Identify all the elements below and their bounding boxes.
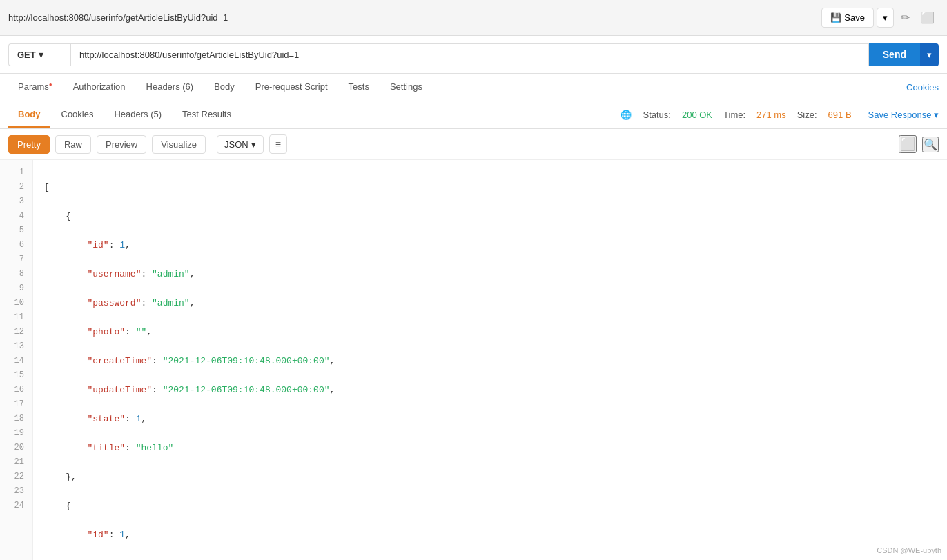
format-dropdown-icon: ▾ bbox=[251, 139, 256, 150]
edit-button[interactable]: ✏ bbox=[897, 7, 914, 28]
request-tabs: Params● Authorization Headers (6) Body P… bbox=[0, 74, 947, 101]
save-button[interactable]: 💾 Save bbox=[821, 8, 874, 28]
watermark: CSDN @WE-ubyth bbox=[877, 546, 941, 554]
search-button[interactable]: 🔍 bbox=[922, 137, 939, 152]
line-num-13: 13 bbox=[0, 339, 32, 354]
line-numbers: 1 2 3 4 5 6 7 8 9 10 11 12 13 14 15 16 1… bbox=[0, 160, 33, 560]
response-tabs: Body Cookies Headers (5) Test Results 🌐 … bbox=[0, 101, 947, 129]
line-num-21: 21 bbox=[0, 455, 32, 470]
line-num-9: 9 bbox=[0, 281, 32, 296]
params-dot: ● bbox=[49, 81, 52, 88]
format-select[interactable]: JSON ▾ bbox=[217, 135, 264, 154]
line-num-3: 3 bbox=[0, 194, 32, 209]
json-line-5: "password": "admin", bbox=[44, 296, 936, 310]
line-num-19: 19 bbox=[0, 426, 32, 441]
json-line-7: "createTime": "2021-12-06T09:10:48.000+0… bbox=[44, 354, 936, 368]
line-num-23: 23 bbox=[0, 484, 32, 499]
line-num-8: 8 bbox=[0, 267, 32, 281]
view-raw-button[interactable]: Raw bbox=[55, 135, 91, 154]
filter-button[interactable]: ≡ bbox=[269, 134, 287, 154]
time-label: Time: bbox=[723, 110, 745, 120]
url-display: http://localhost:8080/userinfo/getArticl… bbox=[8, 12, 228, 23]
size-value: 691 B bbox=[828, 110, 852, 120]
url-actions: 💾 Save ▾ ✏ ⬜ bbox=[821, 7, 939, 28]
copy-all-button[interactable]: ⬜ bbox=[899, 135, 917, 153]
status-label: Status: bbox=[643, 110, 670, 120]
json-line-8: "updateTime": "2021-12-06T09:10:48.000+0… bbox=[44, 383, 936, 397]
line-num-1: 1 bbox=[0, 166, 32, 180]
json-line-10: "title": "hello" bbox=[44, 441, 936, 455]
line-num-24: 24 bbox=[0, 499, 32, 513]
cookies-link[interactable]: Cookies bbox=[906, 82, 939, 92]
line-num-6: 6 bbox=[0, 238, 32, 252]
line-num-11: 11 bbox=[0, 310, 32, 325]
copy-button[interactable]: ⬜ bbox=[917, 7, 939, 28]
line-num-12: 12 bbox=[0, 325, 32, 339]
tab-test-results[interactable]: Test Results bbox=[173, 102, 241, 128]
line-num-17: 17 bbox=[0, 397, 32, 412]
json-line-6: "photo": "", bbox=[44, 325, 936, 339]
line-num-14: 14 bbox=[0, 354, 32, 368]
tab-settings[interactable]: Settings bbox=[380, 74, 432, 100]
view-preview-button[interactable]: Preview bbox=[97, 135, 146, 154]
response-status: 🌐 Status: 200 OK Time: 271 ms Size: 691 … bbox=[621, 110, 939, 120]
json-line-11: }, bbox=[44, 470, 936, 484]
json-line-2: { bbox=[44, 209, 936, 223]
line-num-22: 22 bbox=[0, 470, 32, 484]
send-dropdown-button[interactable]: ▾ bbox=[920, 43, 939, 66]
line-num-15: 15 bbox=[0, 368, 32, 383]
view-visualize-button[interactable]: Visualize bbox=[152, 135, 206, 154]
method-dropdown-icon: ▾ bbox=[39, 50, 43, 60]
line-num-4: 4 bbox=[0, 209, 32, 223]
json-line-9: "state": 1, bbox=[44, 412, 936, 426]
tab-body-response[interactable]: Body bbox=[8, 102, 50, 128]
url-input[interactable] bbox=[70, 43, 869, 66]
line-num-16: 16 bbox=[0, 383, 32, 397]
tab-authorization[interactable]: Authorization bbox=[64, 74, 135, 100]
line-num-7: 7 bbox=[0, 252, 32, 267]
request-row: GET ▾ Send ▾ bbox=[0, 36, 947, 74]
globe-icon: 🌐 bbox=[621, 110, 632, 120]
json-content: [ { "id": 1, "username": "admin", "passw… bbox=[33, 160, 947, 560]
json-viewer: 1 2 3 4 5 6 7 8 9 10 11 12 13 14 15 16 1… bbox=[0, 160, 947, 560]
tab-tests[interactable]: Tests bbox=[339, 74, 379, 100]
url-bar: http://localhost:8080/userinfo/getArticl… bbox=[0, 0, 947, 36]
json-line-3: "id": 1, bbox=[44, 238, 936, 252]
status-value: 200 OK bbox=[682, 110, 712, 120]
line-num-2: 2 bbox=[0, 180, 32, 194]
send-button[interactable]: Send bbox=[869, 43, 920, 66]
tab-params[interactable]: Params● bbox=[8, 74, 62, 100]
json-line-13: "id": 1, bbox=[44, 528, 936, 542]
line-num-18: 18 bbox=[0, 412, 32, 426]
tab-cookies-response[interactable]: Cookies bbox=[52, 102, 104, 128]
json-line-4: "username": "admin", bbox=[44, 267, 936, 281]
json-line-14: "username": "admin", bbox=[44, 557, 936, 560]
save-response-button[interactable]: Save Response ▾ bbox=[868, 110, 939, 120]
method-label: GET bbox=[17, 50, 36, 60]
method-select[interactable]: GET ▾ bbox=[8, 43, 70, 66]
tab-headers-response[interactable]: Headers (5) bbox=[104, 102, 171, 128]
body-toolbar: Pretty Raw Preview Visualize JSON ▾ ≡ ⬜ … bbox=[0, 129, 947, 160]
json-line-12: { bbox=[44, 499, 936, 513]
format-label: JSON bbox=[224, 139, 248, 150]
tab-body[interactable]: Body bbox=[204, 74, 244, 100]
tab-headers[interactable]: Headers (6) bbox=[137, 74, 204, 100]
json-line-1: [ bbox=[44, 180, 936, 194]
view-pretty-button[interactable]: Pretty bbox=[8, 135, 50, 154]
time-value: 271 ms bbox=[756, 110, 786, 120]
tab-pre-request[interactable]: Pre-request Script bbox=[246, 74, 338, 100]
line-num-20: 20 bbox=[0, 441, 32, 455]
save-icon: 💾 bbox=[830, 12, 841, 23]
line-num-5: 5 bbox=[0, 223, 32, 238]
size-label: Size: bbox=[797, 110, 817, 120]
line-num-10: 10 bbox=[0, 296, 32, 310]
save-dropdown-button[interactable]: ▾ bbox=[877, 8, 894, 28]
